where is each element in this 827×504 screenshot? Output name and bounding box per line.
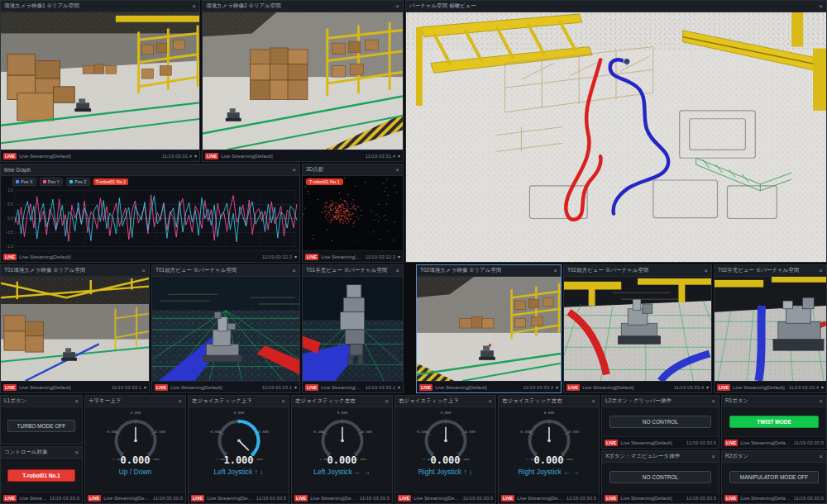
close-icon[interactable]: × — [385, 398, 389, 405]
chevron-down-icon[interactable]: ▾ — [144, 384, 146, 390]
live-badge: LIVE — [3, 495, 17, 502]
chevron-down-icon[interactable]: ▾ — [556, 384, 558, 390]
gauge-label: Right Joystick ↑ ↓ — [418, 468, 473, 476]
panel-l1-button: L1ボタン × TURBO MODE OFF — [0, 395, 83, 445]
close-icon[interactable]: × — [488, 398, 492, 405]
chevron-down-icon[interactable]: ▾ — [194, 153, 197, 159]
virtual-scene — [564, 277, 711, 381]
live-bar: LIVE Live Streaming[Default] 11/19 03:30… — [1, 492, 82, 503]
panel-header: L1ボタン × — [1, 396, 82, 407]
panel-title: 環境カメラ映像1 ※リアル空間 — [4, 2, 79, 10]
panel-title: L1ボタン — [4, 397, 26, 405]
live-stream-label: Live Streaming[Default] — [620, 440, 684, 445]
live-bar: LIVE Live Streaming[Default] 11/19 03:33… — [715, 381, 826, 392]
virtual-scene — [715, 277, 826, 381]
live-bar: LIVE Live Streaming[Default] 11/19 03:33… — [1, 381, 149, 392]
control-target-button[interactable]: T-robot01 No.1 — [7, 469, 76, 482]
live-badge: LIVE — [605, 440, 618, 446]
close-icon[interactable]: × — [819, 398, 823, 405]
legend-chip[interactable]: Pos Y — [40, 178, 64, 186]
live-badge: LIVE — [88, 495, 101, 502]
panel-header: バーチャル空間 俯瞰ビュー × — [406, 1, 826, 12]
time-graph-chart: 1.00.50.0-0.5-1.0 — [1, 187, 299, 250]
panel-title: バーチャル空間 俯瞰ビュー — [409, 2, 476, 10]
live-badge: LIVE — [566, 384, 580, 391]
close-icon[interactable]: × — [553, 268, 557, 274]
close-icon[interactable]: × — [292, 268, 296, 274]
chevron-down-icon[interactable]: ▾ — [398, 254, 400, 259]
svg-text:0.500: 0.500 — [258, 430, 269, 434]
panel-header: 環境カメラ映像1 ※リアル空間 × — [1, 1, 199, 12]
timestamp: 11/19 03:30.5 — [256, 496, 286, 501]
turbo-mode-button[interactable]: TURBO MODE OFF — [7, 420, 76, 432]
close-icon[interactable]: × — [395, 167, 399, 174]
manipulator-mode-button[interactable]: MANIPULATOR MODE OFF — [729, 471, 820, 483]
close-icon[interactable]: × — [74, 449, 79, 456]
svg-text:-0.500: -0.500 — [312, 430, 324, 434]
timestamp: 11/19 03:30.5 — [50, 496, 79, 501]
close-icon[interactable]: × — [591, 398, 595, 405]
close-icon[interactable]: × — [819, 454, 823, 460]
chevron-down-icon[interactable]: ▾ — [398, 384, 400, 390]
panel-title: R1ボタン — [725, 397, 748, 405]
gauge-label: Left Joystick ← → — [313, 468, 370, 476]
svg-text:0.000: 0.000 — [440, 411, 451, 415]
timestamp: 11/19 03:31.4 — [162, 154, 192, 159]
live-badge: LIVE — [724, 440, 738, 446]
panel-l2-button: L2ボタン：グリッパー操作× NO CONTROL LIVELive Strea… — [601, 395, 719, 449]
chevron-down-icon[interactable]: ▾ — [294, 254, 297, 259]
close-icon[interactable]: × — [711, 398, 715, 405]
close-icon[interactable]: × — [292, 167, 296, 174]
close-icon[interactable]: × — [819, 268, 823, 274]
twist-mode-button[interactable]: TWIST MODE — [729, 416, 820, 428]
virtual-overview-scene — [406, 12, 826, 262]
close-icon[interactable]: × — [178, 398, 182, 405]
gauge-value: 0.000 — [533, 455, 563, 466]
legend-chip[interactable]: T-robot01 No.1 — [93, 178, 129, 185]
close-icon[interactable]: × — [711, 454, 715, 460]
chevron-down-icon[interactable]: ▾ — [706, 384, 709, 390]
chevron-down-icon[interactable]: ▾ — [294, 384, 297, 390]
panel-gauge-left-stick-updown: 左ジョイスティック上下× -1.000-0.5000.0000.5001.000… — [188, 395, 289, 504]
panel-title: time Graph — [4, 167, 31, 173]
close-icon[interactable]: × — [704, 268, 708, 274]
live-badge: LIVE — [605, 495, 618, 502]
live-stream-label: Live Streaming[Default] — [310, 496, 357, 501]
legend-chip[interactable]: Pos Z — [66, 178, 89, 186]
chevron-down-icon[interactable]: ▾ — [821, 384, 824, 390]
live-badge: LIVE — [3, 153, 17, 159]
svg-text:0.500: 0.500 — [361, 430, 372, 434]
live-bar: LIVE Live Streaming[Default] 11/19 03:31… — [1, 150, 199, 161]
panel-title: 右ジョイスティック左右 — [502, 397, 562, 405]
panel-title: R2ボタン — [725, 453, 748, 460]
close-icon[interactable]: × — [281, 398, 285, 405]
svg-text:0.500: 0.500 — [568, 430, 579, 434]
live-badge: LIVE — [3, 384, 17, 391]
point-cloud-scene: T-robot01 No.1 — [303, 176, 403, 250]
svg-text:0.000: 0.000 — [233, 411, 244, 415]
gripper-control-button[interactable]: NO CONTROL — [609, 416, 710, 428]
close-icon[interactable]: × — [192, 3, 196, 10]
chevron-down-icon[interactable]: ▾ — [398, 153, 400, 159]
panel-header: T01環境カメラ映像 ※リアル空間 × — [1, 265, 149, 277]
manipulator-control-button[interactable]: NO CONTROL — [609, 471, 710, 483]
svg-text:0.500: 0.500 — [155, 430, 165, 434]
gauge-label: Up / Down — [119, 468, 152, 476]
panel-header: T01前方ビュー ※バーチャル空間 × — [152, 265, 299, 277]
panel-title: T02前方ビュー ※バーチャル空間 — [567, 267, 648, 274]
close-icon[interactable]: × — [395, 3, 399, 10]
timestamp: 11/19 03:30.5 — [794, 440, 824, 445]
panel-title: T01環境カメラ映像 ※リアル空間 — [4, 267, 85, 274]
camera-scene — [417, 277, 561, 381]
close-icon[interactable]: × — [141, 268, 146, 274]
gauge-label: Left Joystick ↑ ↓ — [214, 468, 264, 476]
close-icon[interactable]: × — [395, 268, 399, 274]
live-badge: LIVE — [398, 495, 411, 502]
close-icon[interactable]: × — [819, 3, 823, 10]
live-badge: LIVE — [3, 254, 17, 260]
legend-chip[interactable]: Pos X — [12, 178, 36, 186]
svg-text:-0.500: -0.500 — [208, 430, 221, 434]
close-icon[interactable]: × — [74, 398, 79, 405]
virtual-scene — [152, 277, 299, 381]
panel-r2-button: R2ボタン× MANIPULATOR MODE OFF LIVELive Str… — [721, 450, 827, 504]
